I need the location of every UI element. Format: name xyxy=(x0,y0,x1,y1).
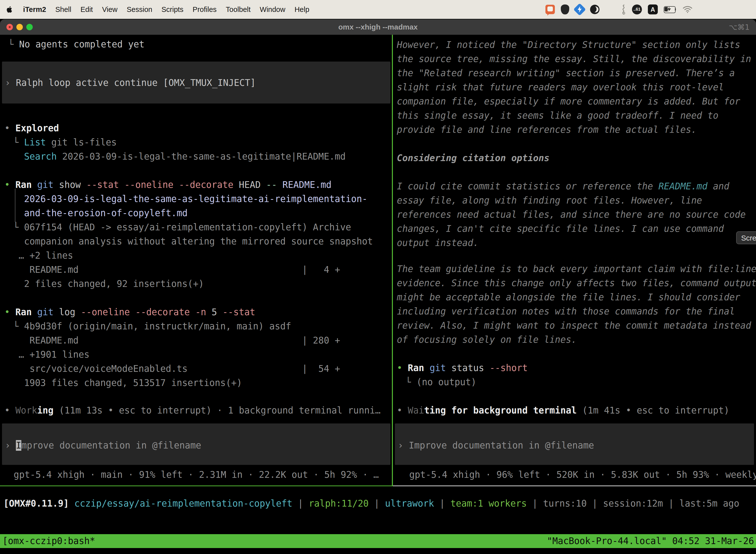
thinking-paragraph-line: review. Also, I might want to inspect th… xyxy=(397,319,751,333)
pane-divider-horizontal-left xyxy=(0,486,393,486)
explored-list-line: └ List git ls-files xyxy=(13,135,117,150)
thinking-paragraph-line: this single essay, it seems like a good … xyxy=(397,108,718,123)
omx-status-line: [OMX#0.11.9] cczip/essay/ai-reimplementa… xyxy=(3,496,739,510)
shield-grid-icon[interactable] xyxy=(561,4,569,14)
tmux-status-bar: [omx-cczip0:bash* "MacBook-Pro-44.local"… xyxy=(0,534,756,548)
thinking-paragraph-line: references need actual files, and since … xyxy=(397,208,746,222)
git-show-arg-line: 2026-03-09-is-legal-the-same-as-legitima… xyxy=(13,192,367,206)
thinking-paragraph-line: output instead. xyxy=(397,236,479,250)
agents-status-line: └ No agents completed yet xyxy=(8,37,144,51)
menu-item-scripts[interactable]: Scripts xyxy=(162,5,184,14)
git-log-output-line: 1903 files changed, 513517 insertions(+) xyxy=(13,376,242,390)
prompt-input-line[interactable]: › Improve documentation in @filename xyxy=(5,438,201,452)
thinking-paragraph-line: changes, I can't cite specific file line… xyxy=(397,222,724,236)
menu-item-view[interactable]: View xyxy=(102,5,117,14)
minimize-button[interactable] xyxy=(16,24,23,30)
waiting-status-line: • Waiting for background terminal (1m 41… xyxy=(397,403,729,418)
tmux-session-label: [omx-cczip0:bash* xyxy=(2,534,95,548)
thinking-paragraph-line: provide file and line references from th… xyxy=(397,123,697,137)
git-status-output-line: └ (no output) xyxy=(405,375,477,389)
right-terminal-pane: However, I noticed the "Directory Struct… xyxy=(393,35,756,486)
git-show-output-line: README.md | 4 + xyxy=(13,263,340,277)
screen-share-tooltip: Scre xyxy=(736,231,756,244)
thinking-paragraph-line: might be acceptable alongside the file l… xyxy=(397,290,740,304)
ran-git-log-line: • Ran git log --oneline --decorate -n 5 … xyxy=(4,305,255,319)
left-terminal-pane: └ No agents completed yet › Ralph loop a… xyxy=(0,35,392,486)
squiggle-icon[interactable] xyxy=(621,4,626,15)
chat-app-icon[interactable] xyxy=(546,5,555,14)
menu-item-session[interactable]: Session xyxy=(127,5,152,14)
ran-git-show-line: • Ran git show --stat --oneline --decora… xyxy=(4,178,332,192)
explored-search-line: Search 2026-03-09-is-legal-the-same-as-l… xyxy=(13,150,345,164)
menu-item-iterm2[interactable]: iTerm2 xyxy=(23,5,46,14)
working-status-line: • Working (11m 13s • esc to interrupt) ·… xyxy=(4,403,380,418)
git-log-output-line: … +1901 lines xyxy=(13,347,89,362)
window-title: omx --xhigh --madmax xyxy=(338,23,418,31)
thinking-paragraph-line: companion file, especially if more comme… xyxy=(397,94,740,108)
git-log-output-line: └ 4b9d30f (origin/main, instructkr/main,… xyxy=(13,319,291,333)
dots-grid-icon[interactable] xyxy=(606,5,615,14)
menu-bar: iTerm2 Shell Edit View Session Scripts P… xyxy=(0,0,756,19)
menu-item-help[interactable]: Help xyxy=(295,5,309,14)
thinking-paragraph-line: evidence. Since this change only affects… xyxy=(397,276,756,290)
thinking-paragraph-line: essay file, along with finding root file… xyxy=(397,193,702,208)
pane-divider-vertical[interactable] xyxy=(392,35,393,486)
bolt-hex-icon[interactable] xyxy=(573,3,586,16)
thinking-heading: Considering citation options xyxy=(397,151,549,165)
prompt-input-line[interactable]: › Improve documentation in @filename xyxy=(398,438,594,452)
wifi-icon[interactable] xyxy=(683,6,693,13)
battery-icon[interactable] xyxy=(664,6,677,13)
crescent-icon[interactable] xyxy=(590,5,600,14)
apple-logo-icon[interactable] xyxy=(6,6,13,13)
thinking-paragraph-line: I could cite commit statistics or refere… xyxy=(397,179,729,193)
git-log-output-line: README.md | 280 + xyxy=(13,333,340,347)
git-show-output-line: 2 files changed, 92 insertions(+) xyxy=(13,277,204,291)
terminal-window: omx --xhigh --madmax ⌥⌘1 └ No agents com… xyxy=(0,19,756,554)
gauge-icon[interactable]: ..61 xyxy=(632,4,642,14)
thinking-paragraph-line: including verification notes with those … xyxy=(397,304,735,319)
git-log-output-line: src/voice/voiceModeEnabled.ts | 54 + xyxy=(13,362,340,376)
pane-divider-horizontal-right xyxy=(393,486,756,486)
thinking-paragraph-line: The team guideline is to back every impo… xyxy=(397,262,756,276)
menu-items: iTerm2 Shell Edit View Session Scripts P… xyxy=(6,5,309,14)
menu-item-shell[interactable]: Shell xyxy=(55,5,71,14)
menu-item-window[interactable]: Window xyxy=(260,5,285,14)
model-status-line: gpt-5.4 xhigh · main · 91% left · 2.31M … xyxy=(14,467,379,482)
git-show-arg-line: and-the-erosion-of-copyleft.md xyxy=(13,206,188,220)
window-shortcut-badge: ⌥⌘1 xyxy=(729,23,750,32)
git-show-output-line: companion analysis without altering the … xyxy=(13,234,373,248)
menu-item-edit[interactable]: Edit xyxy=(80,5,93,14)
zoom-button[interactable] xyxy=(26,24,33,30)
menu-item-toolbelt[interactable]: Toolbelt xyxy=(226,5,251,14)
ran-git-status-line: • Ran git status --short xyxy=(397,361,527,375)
explored-header-line: • Explored xyxy=(4,121,59,135)
thinking-paragraph-line: slight risk that future readers may over… xyxy=(397,80,724,94)
git-show-output-line: └ 067f154 (HEAD -> essay/ai-reimplementa… xyxy=(13,220,351,234)
menu-status-icons: ..61 A xyxy=(546,4,693,15)
git-show-output-line: … +2 lines xyxy=(13,248,73,263)
ralph-loop-line: › Ralph loop active continue [OMX_TMUX_I… xyxy=(5,76,256,90)
close-button[interactable] xyxy=(6,24,13,30)
menu-item-profiles[interactable]: Profiles xyxy=(193,5,217,14)
thinking-paragraph-line: the "Related research writing" section i… xyxy=(397,66,735,80)
thinking-paragraph-line: of focusing solely on file lines. xyxy=(397,333,577,347)
model-status-line: gpt-5.4 xhigh · 96% left · 520K in · 5.8… xyxy=(409,467,756,482)
window-title-bar: omx --xhigh --madmax ⌥⌘1 xyxy=(0,19,756,35)
tmux-host-clock-label: "MacBook-Pro-44.local" 04:52 31-Mar-26 xyxy=(547,534,754,548)
assistant-app-icon[interactable]: A xyxy=(648,4,658,14)
thinking-paragraph-line: the source tree, missing the essay. Stil… xyxy=(397,52,751,66)
thinking-paragraph-line: However, I noticed the "Directory Struct… xyxy=(397,38,740,52)
